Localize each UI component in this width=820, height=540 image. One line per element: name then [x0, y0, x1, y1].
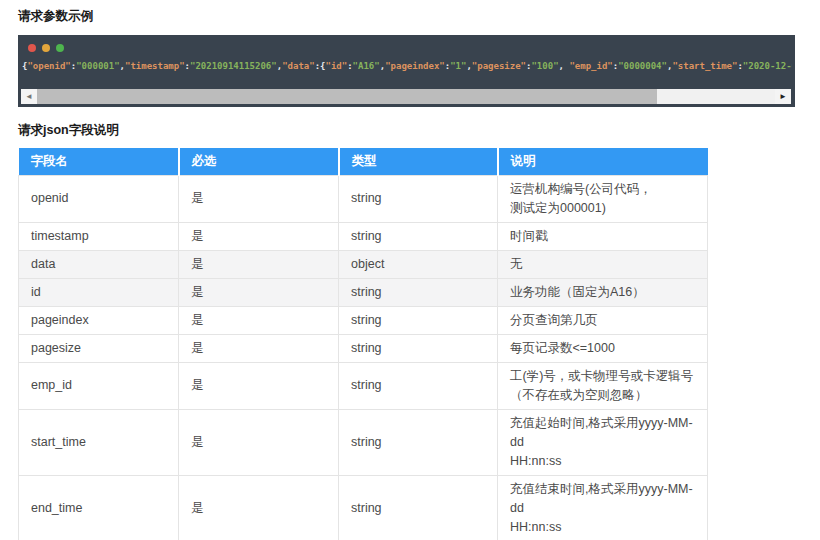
table-row: timestamp是string时间戳 [19, 222, 708, 250]
table-row: emp_id是string工(学)号，或卡物理号或卡逻辑号 （不存在或为空则忽略… [19, 362, 708, 409]
cell-required: 是 [179, 409, 339, 475]
field-table: 字段名必选类型说明 openid是string运营机构编号(公司代码， 测试定为… [18, 148, 708, 540]
api-doc-page: 请求参数示例 {"openid":"000001","timestamp":"2… [0, 0, 820, 540]
scroll-left-arrow-icon[interactable]: ◄ [21, 89, 37, 104]
cell-type: object [339, 250, 498, 278]
cell-type: string [339, 334, 498, 362]
window-dot-yellow-icon [42, 44, 50, 52]
table-row: openid是string运营机构编号(公司代码， 测试定为000001) [19, 175, 708, 222]
cell-type: string [339, 278, 498, 306]
cell-field: emp_id [19, 362, 179, 409]
cell-type: string [339, 175, 498, 222]
scroll-right-arrow-icon[interactable]: ► [775, 89, 791, 104]
cell-desc: 充值结束时间,格式采用yyyy-MM-dd HH:nn:ss [498, 475, 708, 540]
cell-desc: 分页查询第几页 [498, 306, 708, 334]
cell-field: pageindex [19, 306, 179, 334]
window-dot-red-icon [28, 44, 36, 52]
table-row: pageindex是string分页查询第几页 [19, 306, 708, 334]
column-header: 必选 [179, 148, 339, 175]
cell-field: end_time [19, 475, 179, 540]
cell-type: string [339, 306, 498, 334]
cell-field: pagesize [19, 334, 179, 362]
request-fields-title: 请求json字段说明 [18, 107, 820, 139]
code-window: {"openid":"000001","timestamp":"20210914… [18, 35, 795, 107]
code-line: {"openid":"000001","timestamp":"20210914… [22, 61, 792, 71]
cell-desc: 工(学)号，或卡物理号或卡逻辑号 （不存在或为空则忽略） [498, 362, 708, 409]
field-table-body: openid是string运营机构编号(公司代码， 测试定为000001)tim… [19, 175, 708, 540]
cell-required: 是 [179, 278, 339, 306]
cell-type: string [339, 475, 498, 540]
cell-desc: 时间戳 [498, 222, 708, 250]
cell-required: 是 [179, 250, 339, 278]
cell-desc: 业务功能（固定为A16） [498, 278, 708, 306]
horizontal-scrollbar[interactable]: ◄ ► [21, 89, 791, 104]
table-row: end_time是string充值结束时间,格式采用yyyy-MM-dd HH:… [19, 475, 708, 540]
column-header: 说明 [498, 148, 708, 175]
cell-type: string [339, 362, 498, 409]
cell-required: 是 [179, 475, 339, 540]
cell-field: start_time [19, 409, 179, 475]
table-row: start_time是string充值起始时间,格式采用yyyy-MM-dd H… [19, 409, 708, 475]
table-row: data是object无 [19, 250, 708, 278]
cell-desc: 运营机构编号(公司代码， 测试定为000001) [498, 175, 708, 222]
cell-field: data [19, 250, 179, 278]
table-row: id是string业务功能（固定为A16） [19, 278, 708, 306]
cell-required: 是 [179, 306, 339, 334]
column-header: 类型 [339, 148, 498, 175]
cell-required: 是 [179, 334, 339, 362]
cell-desc: 无 [498, 250, 708, 278]
cell-type: string [339, 222, 498, 250]
window-dot-green-icon [56, 44, 64, 52]
cell-type: string [339, 409, 498, 475]
cell-field: id [19, 278, 179, 306]
cell-field: timestamp [19, 222, 179, 250]
cell-desc: 每页记录数<=1000 [498, 334, 708, 362]
table-row: pagesize是string每页记录数<=1000 [19, 334, 708, 362]
cell-field: openid [19, 175, 179, 222]
cell-desc: 充值起始时间,格式采用yyyy-MM-dd HH:nn:ss [498, 409, 708, 475]
cell-required: 是 [179, 362, 339, 409]
window-controls [18, 35, 795, 52]
request-example-title: 请求参数示例 [18, 0, 820, 25]
cell-required: 是 [179, 222, 339, 250]
scrollbar-track[interactable] [37, 89, 775, 104]
scrollbar-thumb[interactable] [37, 89, 657, 104]
column-header: 字段名 [19, 148, 179, 175]
cell-required: 是 [179, 175, 339, 222]
field-table-head-row: 字段名必选类型说明 [19, 148, 708, 175]
